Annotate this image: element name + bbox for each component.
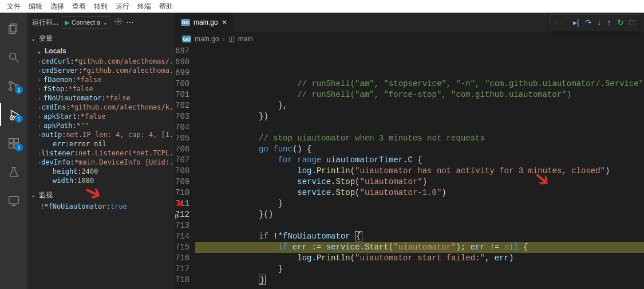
editor-tab[interactable]: GO main.go ✕ [175,13,234,32]
svg-point-5 [9,88,12,91]
chevron-right-icon: › [38,77,44,83]
tab-filename: main.go [193,18,218,26]
svg-rect-9 [9,144,13,148]
variable-row[interactable]: err: error nil [35,139,175,149]
play-icon: ▶ [65,19,69,26]
more-icon[interactable]: ⋯ [126,18,134,27]
source-control-icon[interactable]: 1 [0,75,27,97]
editor-area: GO main.go ✕ ⋮⋮ ▸| ↷ ↓ ↑ ↻ □ GO main.go … [175,13,644,289]
chevron-down-icon: ⌄ [31,192,37,198]
svg-rect-8 [9,139,13,143]
variable-row[interactable]: ›devInfo: *main.DeviceInfo {Udid:... [35,158,175,167]
stop-button[interactable]: □ [630,18,634,27]
step-over-button[interactable]: ↷ [585,18,592,27]
variable-row[interactable]: ›cmdServer: *github.com/alecthoma... [35,66,175,75]
go-file-icon: GO [182,36,191,42]
svg-rect-12 [9,197,19,204]
remote-icon[interactable] [0,189,27,212]
extensions-icon[interactable]: 1 [0,132,27,155]
svg-line-3 [15,59,19,63]
symbol-icon: ◫ [228,35,235,43]
chevron-right-icon: › [38,86,44,92]
line-gutter[interactable]: 6976986997007017027037047057067077087097… [175,46,195,289]
testing-icon[interactable] [0,161,27,183]
variable-row[interactable]: ›apkPath: *"" [35,121,175,130]
variable-row[interactable]: ›cmdCurl: *github.com/alecthomas/... [35,57,175,66]
variable-row[interactable]: height: 2400 [35,167,175,176]
sidebar-title: 运行和... [32,18,58,28]
chevron-right-icon: › [38,95,44,101]
chevron-down-icon: ⌄ [31,36,37,42]
chevron-right-icon: › [223,35,225,43]
continue-button[interactable]: ▸| [573,18,579,27]
variable-row[interactable]: width: 1080 [35,176,175,185]
step-out-button[interactable]: ↑ [607,18,611,27]
close-icon[interactable]: ✕ [222,18,227,26]
chevron-right-icon: › [38,114,44,120]
debug-sidebar: 运行和... ▶ Connect a ⌄ ⋯ ⌄ 变量 ⌄ Locals ›cm… [27,13,175,289]
menu-item[interactable]: 文件 [3,1,24,13]
scm-badge: 1 [15,86,23,94]
menubar: 文件编辑选择查看转到运行终端帮助 [0,0,644,13]
activity-bar: 1 1 1 [0,13,27,289]
step-into-button[interactable]: ↓ [598,18,602,27]
menu-item[interactable]: 转到 [90,1,111,13]
menu-item[interactable]: 选择 [47,1,68,13]
code-content[interactable]: ➔ // runShell("am", "stopservice", "-n",… [195,46,644,289]
variable-row[interactable]: ›listener: net.Listener(*net.TCPL... [35,149,175,158]
debug-toolbar: ⋮⋮ ▸| ↷ ↓ ↑ ↻ □ [550,14,638,30]
locals-section[interactable]: ⌄ Locals [27,45,175,57]
variable-row[interactable]: ›cmdIns: *github.com/alecthomas/k... [35,103,175,112]
menu-item[interactable]: 查看 [69,1,89,13]
extensions-badge: 1 [15,143,23,151]
variable-row[interactable]: ›apkStart: *false [35,112,175,121]
menu-item[interactable]: 运行 [112,1,133,13]
variables-list: ›cmdCurl: *github.com/alecthomas/...›cmd… [27,57,175,185]
dropdown-icon: ⌄ [102,19,108,26]
svg-point-4 [9,81,12,84]
menu-item[interactable]: 帮助 [156,1,176,13]
variable-row[interactable]: ›fStop: *false [35,84,175,93]
variables-section[interactable]: ⌄ 变量 [27,32,175,45]
search-icon[interactable] [0,46,27,69]
svg-rect-11 [14,139,18,143]
watch-section[interactable]: ⌄ 监视 [27,189,175,202]
go-file-icon: GO [181,19,190,26]
svg-point-2 [10,53,16,60]
chevron-down-icon: ⌄ [37,48,42,54]
watch-item[interactable]: !*fNoUiautomator: true [38,202,175,211]
gear-icon[interactable] [114,17,123,28]
breakpoint-marker[interactable] [177,201,183,206]
restart-button[interactable]: ↻ [617,18,624,27]
debug-badge: 1 [15,115,23,123]
chevron-right-icon: › [38,123,44,129]
svg-point-15 [117,21,120,23]
variable-row[interactable]: ›outIp: net.IP len: 4, cap: 4, [1... [35,130,175,139]
variable-row[interactable]: ›fDaemon: *false [35,75,175,84]
grip-icon[interactable]: ⋮⋮ [554,19,565,26]
menu-item[interactable]: 终端 [134,1,155,13]
menu-item[interactable]: 编辑 [25,1,46,13]
variable-row[interactable]: ›fNoUiautomator: *false [35,93,175,103]
run-debug-icon[interactable]: 1 [0,103,27,126]
launch-config-label: Connect a [72,19,100,26]
explorer-icon[interactable] [0,17,27,40]
breadcrumb[interactable]: GO main.go › ◫ main [175,32,644,46]
launch-config-select[interactable]: ▶ Connect a ⌄ [62,16,110,29]
